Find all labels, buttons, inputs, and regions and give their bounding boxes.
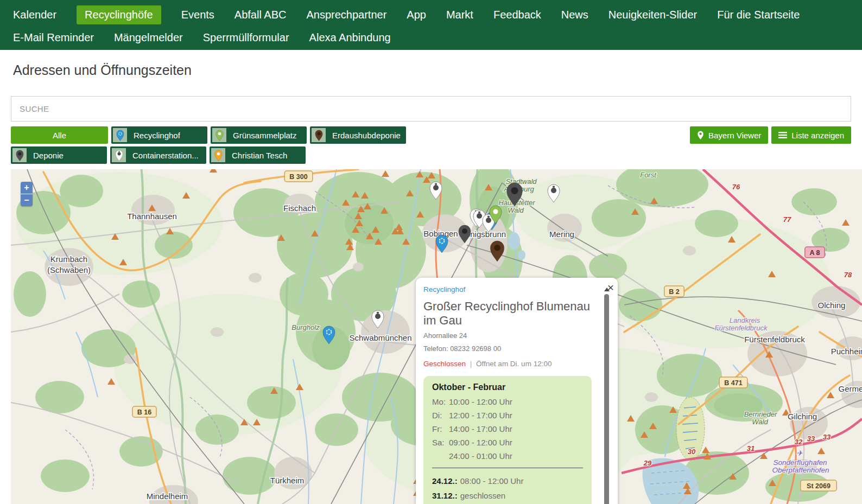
nav-item-mängelmelder[interactable]: Mängelmelder [114, 31, 183, 44]
hours-day: Mo: [432, 395, 449, 409]
town-label-türkheim: Türkheim [270, 476, 305, 485]
nav-item-app[interactable]: App [407, 9, 426, 21]
town-label-gilching: Gilching [788, 412, 817, 421]
hours-rows: Mo:10:00 - 12:00 UhrDi:12:00 - 17:00 Uhr… [432, 395, 583, 463]
town-label-olching: Olching [818, 301, 846, 310]
liste-anzeigen-button[interactable]: Liste anzeigen [771, 126, 851, 144]
nav-item-für-die-startseite[interactable]: Für die Startseite [717, 9, 800, 21]
scrollbar-thumb[interactable] [604, 294, 609, 504]
filter-button-erdaushubdeponie[interactable]: Erdaushubdeponie [310, 126, 406, 144]
search-input[interactable] [11, 96, 851, 122]
filter-label: Christian Tesch [232, 151, 287, 160]
nav-row-primary: KalenderRecyclinghöfeEventsAbfall ABCAns… [13, 3, 862, 26]
nav-item-abfall-abc[interactable]: Abfall ABC [234, 9, 287, 21]
status-closed: Geschlossen [423, 360, 466, 368]
hours-day: Sa: [432, 436, 449, 449]
nav-item-events[interactable]: Events [181, 9, 214, 21]
filter-button-recyclinghof[interactable]: Recyclinghof [111, 126, 207, 144]
town-label-germering: Germering [839, 384, 862, 393]
special-date: 24.12.: [432, 476, 458, 486]
motorway-exit-number: 29 [643, 459, 652, 467]
filter-button-grünsammelplatz[interactable]: Grünsammelplatz [211, 126, 307, 144]
recycling-pin-icon [113, 128, 127, 142]
special-info: geschlossen [460, 491, 505, 500]
hours-time: 12:00 - 17:00 Uhr [449, 409, 512, 422]
status-divider: | [470, 360, 472, 368]
popup-category-link[interactable]: Recyclinghof [423, 285, 592, 294]
nav-item-e-mail-reminder[interactable]: E-Mail Reminder [13, 31, 94, 44]
nav-row-secondary: E-Mail ReminderMängelmelderSperrmüllform… [13, 26, 862, 49]
town-label-mering: Mering [549, 229, 574, 239]
nav-item-alexa-anbindung[interactable]: Alexa Anbindung [309, 31, 391, 44]
road-badge-b-2: B 2 [664, 286, 684, 297]
nav-item-sperrmüllformular[interactable]: Sperrmüllformular [203, 31, 289, 44]
popup-status: Geschlossen | Öffnet am Di. um 12:00 [423, 360, 592, 368]
svg-text:St 2069: St 2069 [807, 482, 831, 490]
motorway-exit-number: 33 [823, 433, 831, 441]
hours-special-dates: 24.12.:08:00 - 12:00 Uhr31.12.:geschloss… [432, 474, 583, 503]
popup-scrollbar [604, 288, 610, 504]
nav-item-markt[interactable]: Markt [446, 9, 473, 21]
nav-item-neuigkeiten-slider[interactable]: Neuigkeiten-Slider [609, 9, 697, 21]
town-label-thannhausen: Thannhausen [127, 212, 177, 221]
filter-button-christian-tesch[interactable]: Christian Tesch [210, 146, 306, 164]
status-info: Öffnet am Di. um 12:00 [476, 360, 552, 368]
tesch-pin-icon [211, 148, 225, 162]
district-label: Fürstenfeldbruck [715, 324, 768, 332]
road-badge-a-8: A 8 [805, 247, 825, 258]
container-pin-icon [112, 148, 126, 162]
filter-button-deponie[interactable]: Deponie [11, 146, 107, 164]
popup-title: Großer Recyclinghof Blumenau im Gau [423, 299, 592, 328]
popup-phone: Telefon: 08232 92698 00 [423, 344, 592, 353]
map-zoom-control: + − [21, 182, 33, 206]
popup-address: Ahornallee 24 [423, 331, 592, 340]
motorway-exit-number: 77 [783, 215, 791, 224]
svg-text:A 8: A 8 [810, 249, 820, 257]
road-badge-b-16: B 16 [132, 406, 156, 417]
action-label: Bayern Viewer [708, 131, 761, 140]
nav-item-news[interactable]: News [561, 9, 588, 21]
deponie-pin-icon [12, 148, 27, 162]
town-label-schwaben: (Schwaben) [47, 265, 91, 275]
map-pin-icon [697, 130, 704, 140]
nav-item-feedback[interactable]: Feedback [493, 9, 541, 21]
hours-row: 24:00 - 01:00 Uhr [432, 449, 583, 463]
motorway-exit-number: 32 [795, 438, 803, 446]
area-label-forst: Forst [640, 171, 657, 179]
svg-text:B 471: B 471 [724, 379, 742, 387]
hours-season: Oktober - Februar [432, 382, 583, 392]
list-icon [778, 131, 787, 139]
scrollbar-up-arrow[interactable] [604, 288, 610, 291]
erdaushub-pin-icon [312, 128, 326, 142]
area-label-wald: Wald [752, 418, 768, 426]
svg-text:B 2: B 2 [669, 288, 680, 296]
filter-button-alle[interactable]: Alle [11, 126, 108, 144]
page-title: Adressen und Öffnungszeiten [13, 61, 862, 79]
filter-button-containerstation[interactable]: Containerstation... [110, 146, 206, 164]
special-hours-row: 31.12.:geschlossen [432, 488, 583, 503]
hours-row: Sa:09:00 - 12:00 Uhr [432, 436, 583, 449]
nav-item-kalender[interactable]: Kalender [13, 9, 56, 21]
motorway-exit-number: 33 [807, 435, 815, 443]
top-navigation: KalenderRecyclinghöfeEventsAbfall ABCAns… [0, 0, 862, 50]
hours-time: 24:00 - 01:00 Uhr [449, 449, 512, 463]
town-label-fürstenfeldbruck: Fürstenfeldbruck [744, 335, 805, 344]
nav-item-ansprechpartner[interactable]: Ansprechpartner [306, 9, 386, 21]
area-label-wald: Wald [508, 206, 524, 214]
town-label-mindelheim: Mindelheim [147, 492, 188, 501]
area-label-bernrieder: Bernrieder [744, 410, 777, 418]
airport-label: Sonderflughafen [773, 458, 827, 467]
action-label: Liste anzeigen [791, 131, 844, 140]
gruen-pin-icon [212, 128, 226, 142]
road-badge-b-300: B 300 [284, 171, 313, 182]
nav-item-recyclinghöfe[interactable]: Recyclinghöfe [77, 5, 161, 24]
map[interactable]: + − [11, 169, 862, 504]
location-popup: Recyclinghof Großer Recyclinghof Blumena… [416, 278, 618, 504]
zoom-out-button[interactable]: − [21, 194, 33, 206]
zoom-in-button[interactable]: + [21, 182, 33, 194]
hours-time: 10:00 - 12:00 Uhr [449, 395, 512, 409]
special-hours-row: 24.12.:08:00 - 12:00 Uhr [432, 474, 583, 488]
town-label-fischach: Fischach [283, 203, 316, 213]
town-label-krumbach: Krumbach [50, 254, 87, 264]
bayern-viewer-button[interactable]: Bayern Viewer [690, 126, 768, 144]
